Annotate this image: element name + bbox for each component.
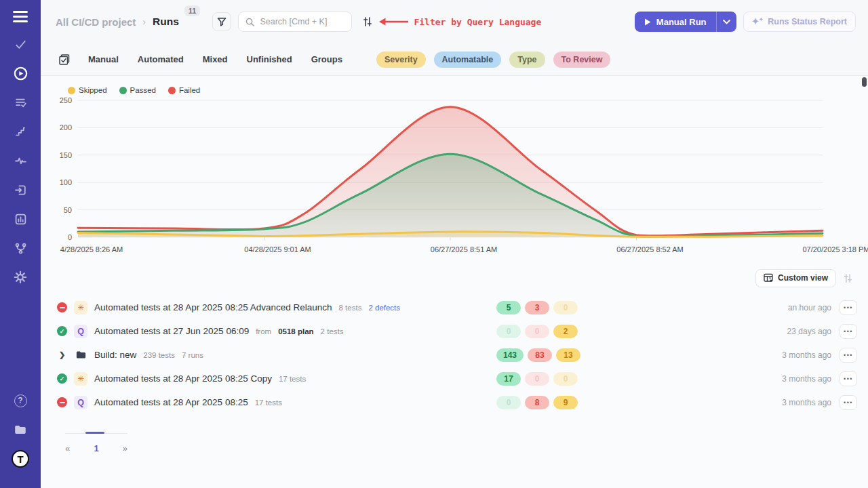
table-settings-icon	[764, 273, 773, 283]
breadcrumb-project[interactable]: All CI/CD project	[56, 16, 136, 28]
run-title[interactable]: Automated tests at 28 Apr 2025 08:25 Cop…	[94, 373, 272, 384]
more-actions-button[interactable]: •••	[840, 371, 857, 386]
qase-app-icon: Q	[74, 325, 87, 338]
svg-text:50: 50	[64, 206, 72, 214]
tab-automated[interactable]: Automated	[138, 54, 184, 64]
projects-folder-icon[interactable]	[8, 418, 33, 442]
play-icon	[644, 18, 651, 26]
x-tick-label: 07/20/2025 3:18 PM	[802, 245, 868, 253]
run-title[interactable]: Automated tests at 28 Apr 2025 08:25 Adv…	[94, 302, 332, 312]
status-failed-icon	[57, 302, 67, 312]
count-yellow-pill: 0	[553, 372, 578, 386]
help-icon[interactable]: ?	[8, 388, 33, 413]
sparkles-icon: ✦✦	[752, 17, 764, 26]
run-time: 3 months ago	[782, 398, 831, 407]
result-counts: 089	[496, 396, 598, 409]
svg-text:200: 200	[60, 123, 72, 131]
run-row[interactable]: ❯Build: new239 tests7 runs14383133 month…	[57, 343, 857, 367]
filter-pill-severity[interactable]: Severity	[376, 52, 426, 68]
requirements-signin-icon[interactable]	[8, 178, 33, 202]
run-meta: 17 tests	[279, 375, 306, 383]
run-meta: 8 tests	[339, 304, 362, 312]
more-actions-button[interactable]: •••	[840, 348, 857, 363]
count-red-pill: 0	[525, 325, 549, 338]
folder-icon	[74, 348, 87, 362]
filter-button[interactable]	[212, 12, 231, 31]
legend-skipped[interactable]: Skipped	[68, 86, 107, 94]
filter-pill-automatable[interactable]: Automatable	[434, 52, 502, 68]
filter-pill-to-review[interactable]: To Review	[553, 52, 611, 68]
menu-icon[interactable]	[8, 11, 33, 22]
tab-groups[interactable]: Groups	[311, 54, 342, 64]
runs-status-report-button[interactable]: ✦✦ Runs Status Report	[743, 12, 856, 32]
runs-play-icon[interactable]	[8, 61, 33, 85]
defects-pulse-icon[interactable]	[8, 148, 33, 173]
run-time: an hour ago	[788, 303, 831, 312]
breadcrumb-page: Runs	[153, 16, 179, 28]
query-language-filter-icon[interactable]	[362, 16, 373, 27]
run-row[interactable]: ✓QAutomated tests at 27 Jun 2025 06:09fr…	[57, 319, 857, 343]
manual-run-dropdown-button[interactable]	[716, 12, 736, 32]
next-page-button[interactable]: »	[123, 443, 127, 453]
legend-passed[interactable]: Passed	[119, 86, 156, 94]
qase-app-icon: Q	[74, 396, 87, 409]
select-runs-icon[interactable]	[58, 54, 71, 66]
run-row[interactable]: ✓✳Automated tests at 28 Apr 2025 08:25 C…	[57, 367, 857, 390]
avatar[interactable]: T	[8, 447, 33, 471]
shared-steps-icon[interactable]	[8, 119, 33, 144]
run-time: 3 months ago	[782, 350, 831, 360]
top-actions: Manual Run ✦✦ Runs Status Report	[635, 12, 856, 32]
run-meta: 239 tests	[143, 351, 175, 359]
tabs-container: ManualAutomatedMixedUnfinishedGroups	[88, 54, 361, 64]
tab-mixed[interactable]: Mixed	[203, 54, 228, 64]
result-counts: 1700	[496, 372, 598, 386]
run-meta: 17 tests	[255, 399, 282, 407]
legend-failed[interactable]: Failed	[168, 86, 200, 94]
plans-list-check-icon[interactable]	[8, 90, 33, 115]
result-counts: 002	[496, 325, 598, 338]
chart-legend: SkippedPassedFailed	[41, 76, 868, 96]
more-actions-button[interactable]: •••	[840, 324, 857, 339]
more-actions-button[interactable]: •••	[840, 300, 857, 315]
prev-page-button[interactable]: «	[65, 443, 70, 453]
page-1-button[interactable]: 1	[94, 443, 98, 453]
active-page-indicator	[85, 432, 104, 434]
settings-gear-icon[interactable]	[8, 265, 33, 289]
manual-run-split-button: Manual Run	[635, 12, 736, 32]
defects-link[interactable]: 2 defects	[368, 304, 400, 312]
svg-text:100: 100	[60, 178, 72, 186]
status-passed-icon: ✓	[57, 373, 67, 384]
svg-text:150: 150	[60, 151, 72, 159]
more-actions-button[interactable]: •••	[840, 395, 857, 410]
legend-dot-passed	[119, 87, 127, 94]
x-tick-label: 06/27/2025 8:52 AM	[616, 245, 683, 253]
run-title[interactable]: Automated tests at 28 Apr 2025 08:25	[94, 397, 248, 407]
runs-count-badge: 11	[184, 5, 201, 16]
run-row[interactable]: QAutomated tests at 28 Apr 2025 08:2517 …	[57, 390, 857, 414]
tab-manual[interactable]: Manual	[88, 54, 119, 64]
search-placeholder: Search [Cmd + K]	[260, 17, 327, 26]
chevron-down-icon	[723, 20, 730, 24]
search-icon	[245, 18, 254, 26]
testcases-check-icon[interactable]	[8, 32, 33, 56]
filter-pill-type[interactable]: Type	[509, 52, 545, 68]
scrollbar-thumb[interactable]	[862, 77, 867, 87]
count-green-pill: 17	[496, 372, 521, 386]
x-tick-label: 4/28/2025 8:26 AM	[60, 245, 123, 253]
run-time: 3 months ago	[782, 374, 831, 384]
tab-unfinished[interactable]: Unfinished	[247, 54, 292, 64]
annotation-arrow-icon	[378, 17, 409, 26]
custom-view-button[interactable]: Custom view	[755, 269, 836, 287]
run-title[interactable]: Build: new	[94, 350, 136, 360]
expand-chevron-icon[interactable]: ❯	[57, 350, 67, 359]
legend-dot-skipped	[68, 87, 75, 94]
integrations-branch-icon[interactable]	[8, 236, 33, 260]
search-input[interactable]: Search [Cmd + K]	[238, 12, 352, 32]
sparkle-run-icon: ✳	[74, 301, 87, 314]
view-settings-icon[interactable]	[843, 273, 853, 283]
run-title[interactable]: Automated tests at 27 Jun 2025 06:09	[94, 326, 249, 336]
analytics-chart-icon[interactable]	[8, 207, 33, 231]
run-row[interactable]: ✳Automated tests at 28 Apr 2025 08:25 Ad…	[57, 296, 857, 319]
tabs-bar: ManualAutomatedMixedUnfinishedGroups Sev…	[41, 43, 868, 76]
manual-run-button[interactable]: Manual Run	[635, 12, 716, 32]
